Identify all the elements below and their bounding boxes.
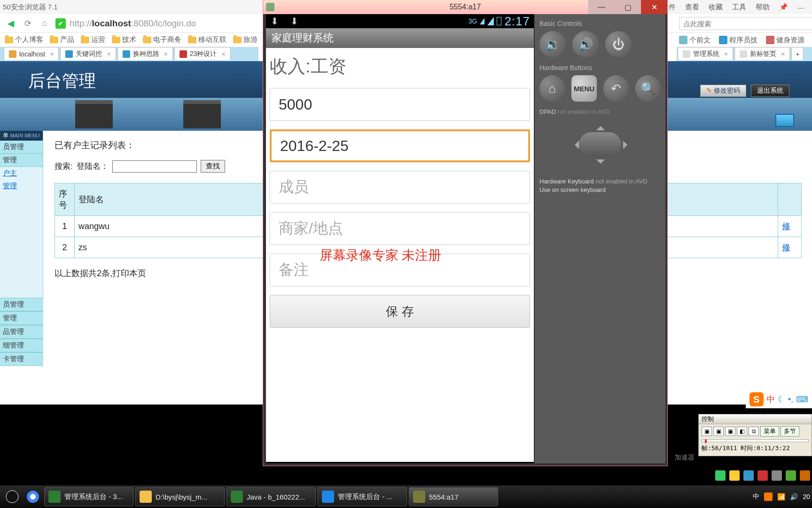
bookmark-item[interactable]: 技术: [112, 35, 136, 44]
sidebar-link[interactable]: 户主: [0, 167, 43, 180]
bookmark-item[interactable]: 个人博客: [5, 35, 43, 44]
merchant-field[interactable]: 商家/地点: [270, 212, 530, 245]
close-icon[interactable]: ×: [724, 50, 728, 58]
rec-menu-button[interactable]: 菜单: [760, 426, 779, 437]
chrome-icon[interactable]: [23, 487, 42, 506]
window-mode-icon[interactable]: [775, 114, 794, 127]
menu-more-icon[interactable]: —: [797, 3, 804, 11]
home-button[interactable]: ⌂: [539, 75, 565, 102]
sidebar-category[interactable]: 员管理: [0, 298, 43, 311]
dpad-down[interactable]: [596, 159, 605, 168]
tray-icon[interactable]: [743, 470, 754, 481]
bookmark-item[interactable]: 产品: [50, 35, 74, 44]
bookmark-item[interactable]: 个前文: [679, 36, 710, 45]
nav-back-icon[interactable]: ◄: [5, 17, 17, 30]
nav-reload-icon[interactable]: ⟳: [22, 17, 34, 30]
close-icon[interactable]: ×: [221, 50, 225, 58]
taskbar-task[interactable]: Java - b_160222...: [226, 487, 316, 506]
tray-icon[interactable]: [729, 470, 740, 481]
rec-btn[interactable]: ◧: [737, 427, 747, 436]
browser-tab[interactable]: localhost×: [4, 47, 59, 60]
remark-field[interactable]: 备注: [270, 254, 530, 286]
nav-home-icon[interactable]: ⌂: [39, 17, 51, 30]
taskbar-task-active[interactable]: 5554:a17: [409, 487, 498, 506]
rec-btn[interactable]: ▣: [725, 427, 735, 436]
rec-btn[interactable]: ▣: [713, 427, 724, 436]
ime-lang-tray[interactable]: 中: [753, 492, 759, 501]
rec-btn[interactable]: ⧉: [749, 427, 759, 436]
edit-link[interactable]: 修: [778, 237, 802, 258]
maximize-button[interactable]: ▢: [615, 0, 641, 14]
search-button[interactable]: 🔍: [635, 75, 661, 102]
taskbar-task[interactable]: 管理系统后台 - 3...: [44, 487, 133, 506]
sidebar-category[interactable]: 卡管理: [0, 352, 43, 366]
close-icon[interactable]: ×: [107, 50, 110, 58]
qq-icon[interactable]: [3, 487, 22, 506]
sogou-tray-icon[interactable]: [764, 492, 773, 501]
dpad-right[interactable]: [623, 141, 632, 149]
taskbar-task[interactable]: D:\bysj\bysj_m...: [135, 487, 225, 506]
bookmark-item[interactable]: 移动互联: [188, 35, 226, 44]
amount-field[interactable]: 5000: [270, 88, 530, 121]
save-button[interactable]: 保 存: [270, 295, 530, 328]
browser-search-input[interactable]: [679, 17, 812, 30]
menu-fav[interactable]: 收藏: [709, 3, 723, 12]
tray-icon[interactable]: [786, 470, 796, 481]
recorder-progress[interactable]: [702, 439, 809, 442]
volume-up-button[interactable]: 🔊: [572, 31, 599, 57]
close-icon[interactable]: ×: [164, 50, 168, 58]
bookmark-item[interactable]: 健身资源: [766, 36, 804, 45]
bookmark-item[interactable]: 旅游: [233, 35, 258, 44]
bookmark-item[interactable]: 程序员技: [719, 36, 757, 45]
ime-indicator[interactable]: S 中 ☾ •, ⌨: [746, 390, 812, 408]
back-button[interactable]: ↶: [603, 75, 629, 102]
rec-btn[interactable]: ▣: [702, 427, 712, 436]
bookmark-item[interactable]: 电子商务: [143, 35, 181, 44]
menu-view[interactable]: 查看: [685, 3, 699, 12]
tray-icon[interactable]: [772, 470, 782, 481]
sidebar-link[interactable]: 管理: [0, 180, 43, 192]
close-icon[interactable]: ×: [50, 50, 54, 58]
volume-down-button[interactable]: 🔉: [539, 31, 566, 57]
browser-tab[interactable]: 23种设计×: [174, 47, 231, 60]
browser-tab[interactable]: 关键词挖×: [60, 47, 116, 60]
dpad-center[interactable]: [579, 132, 621, 157]
change-password-button[interactable]: ✎ 修改密码: [700, 85, 746, 97]
menu-tool[interactable]: 工具: [732, 3, 746, 12]
browser-tab[interactable]: 换种思路×: [117, 47, 173, 60]
taskbar-task[interactable]: 管理系统后台 - ...: [318, 487, 407, 506]
dpad-left[interactable]: [570, 141, 579, 149]
menu-pin-icon[interactable]: 📌: [779, 3, 788, 11]
emulator-titlebar[interactable]: 5554:a17 — ▢ ✕: [263, 0, 667, 14]
tray-date: 20: [803, 493, 810, 500]
edit-link[interactable]: 修: [778, 216, 802, 237]
sidebar-category[interactable]: 细管理: [0, 339, 43, 352]
new-tab-button[interactable]: +: [791, 47, 804, 60]
browser-tab[interactable]: 新标签页×: [734, 47, 790, 60]
menu-button[interactable]: MENU: [571, 75, 597, 102]
rec-more-button[interactable]: 多节: [781, 426, 799, 437]
search-button[interactable]: 查找: [201, 160, 225, 173]
dpad-up[interactable]: [596, 122, 605, 130]
tray-icon[interactable]: [757, 470, 768, 481]
bookmark-item[interactable]: 运营: [81, 35, 105, 44]
sidebar-category[interactable]: 员管理: [0, 141, 43, 154]
dpad: [570, 119, 631, 171]
logout-button[interactable]: 退出系统: [751, 85, 789, 97]
tray-icon[interactable]: [715, 470, 726, 481]
browser-tab[interactable]: 管理系统×: [678, 47, 733, 60]
member-field[interactable]: 成员: [270, 171, 530, 204]
minimize-button[interactable]: —: [588, 0, 615, 14]
close-button[interactable]: ✕: [641, 0, 667, 14]
recorder-panel[interactable]: 控制 ▣ ▣ ▣ ◧ ⧉ 菜单 多节 帧:56/1011 时间:0:11/3:2…: [698, 414, 812, 456]
sidebar-category[interactable]: 管理: [0, 154, 43, 167]
sidebar-category[interactable]: 管理: [0, 311, 43, 325]
date-field[interactable]: 2016-2-25: [270, 129, 530, 162]
menu-help[interactable]: 帮助: [756, 3, 770, 12]
tray-icon[interactable]: [800, 470, 810, 481]
close-icon[interactable]: ×: [781, 50, 785, 58]
url-field[interactable]: http://localhost:8080/lc/login.do: [70, 18, 196, 29]
search-input[interactable]: [112, 160, 197, 173]
power-button[interactable]: ⏻: [605, 31, 632, 57]
sidebar-category[interactable]: 品管理: [0, 325, 43, 339]
